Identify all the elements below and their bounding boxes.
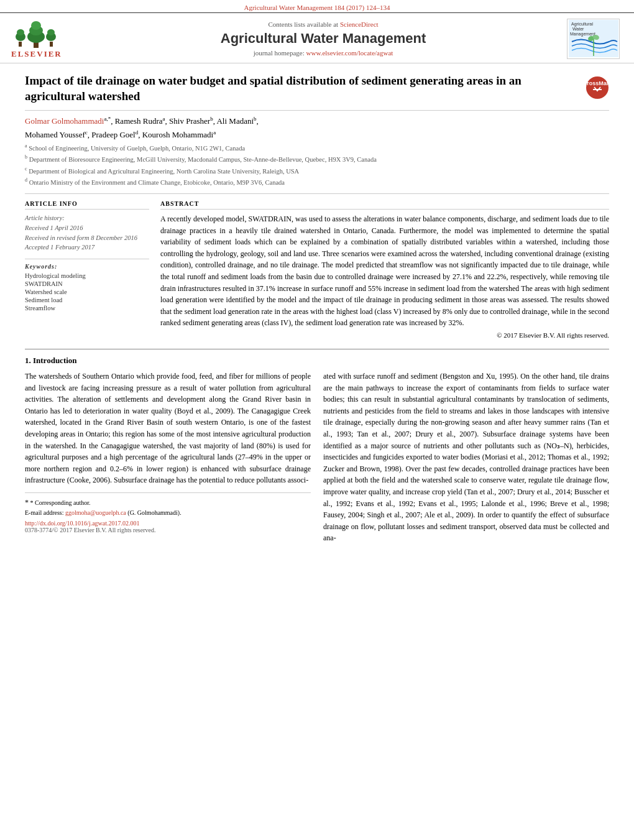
authors-line2: Mohamed Youssefc, Pradeep Goeld, Kourosh… [25, 129, 609, 140]
svg-point-6 [47, 29, 55, 35]
intro-right-col: ated with surface runoff and sediment (B… [323, 371, 609, 548]
article-info-block: Article history: Received 1 April 2016 R… [25, 213, 149, 252]
intro-two-col: The watersheds of Southern Ontario which… [25, 371, 609, 548]
journal-homepage: journal homepage: www.elsevier.com/locat… [80, 49, 567, 57]
crossmark-icon: CrossMark [586, 76, 609, 99]
journal-citation-link[interactable]: Agricultural Water Management 184 (2017)… [244, 4, 390, 11]
intro-left-col: The watersheds of Southern Ontario which… [25, 371, 311, 548]
journal-top-bar: Agricultural Water Management 184 (2017)… [0, 0, 634, 12]
svg-text:Agricultural: Agricultural [571, 22, 593, 27]
svg-point-3 [31, 21, 41, 30]
introduction-section: 1. Introduction The watersheds of Southe… [25, 349, 609, 548]
svg-text:Management: Management [570, 32, 595, 37]
article-title: Impact of tile drainage on water budget … [25, 73, 586, 104]
keyword-2: SWATDRAIN [25, 280, 149, 287]
keyword-3: Watershed scale [25, 288, 149, 295]
doi-line: http://dx.doi.org/10.1016/j.agwat.2017.0… [25, 520, 311, 527]
elsevier-label: ELSEVIER [11, 49, 62, 59]
main-content: Impact of tile drainage on water budget … [0, 63, 634, 554]
intro-left-text: The watersheds of Southern Ontario which… [25, 371, 311, 486]
elsevier-tree-icon [11, 18, 61, 48]
keyword-5: Streamflow [25, 305, 149, 312]
crossmark-badge[interactable]: CrossMark [586, 76, 609, 99]
article-title-section: Impact of tile drainage on water budget … [25, 73, 609, 111]
history-label: Article history: [25, 213, 149, 223]
intro-title: 1. Introduction [25, 356, 609, 366]
article-footer: * * Corresponding author. E-mail address… [25, 492, 311, 533]
footnote-email: E-mail address: ggolmoha@uoguelph.ca (G.… [25, 508, 311, 517]
received-date: Received 1 April 2016 [25, 223, 149, 233]
affiliations: a School of Engineering, University of G… [25, 142, 609, 187]
journal-logo-area: Agricultural Water Management [567, 19, 623, 59]
authors-line: Golmar Golmohammadia,*, Ramesh Rudraa, S… [25, 116, 609, 126]
abstract-label: ABSTRACT [160, 200, 609, 210]
revised-date: Received in revised form 8 December 2016 [25, 233, 149, 243]
keywords-label: Keywords: [25, 263, 149, 270]
journal-header: ELSEVIER Contents lists available at Sci… [0, 12, 634, 63]
svg-rect-7 [19, 42, 22, 47]
journal-homepage-link[interactable]: www.elsevier.com/locate/agwat [306, 49, 393, 57]
journal-title: Agricultural Water Management [80, 30, 567, 47]
journal-header-center: Contents lists available at ScienceDirec… [80, 21, 567, 57]
contents-line: Contents lists available at ScienceDirec… [80, 21, 567, 28]
journal-logo-box: Agricultural Water Management [567, 19, 620, 59]
sciencedirect-link[interactable]: ScienceDirect [340, 21, 379, 28]
copyright: © 2017 Elsevier B.V. All rights reserved… [160, 331, 609, 339]
svg-text:Water: Water [572, 27, 584, 31]
footnote-star: * * Corresponding author. [25, 497, 311, 508]
keywords-block: Keywords: Hydrological modeling SWATDRAI… [25, 259, 149, 312]
affiliation-d: d Ontario Ministry of the Environment an… [25, 177, 609, 187]
left-column: ARTICLE INFO Article history: Received 1… [25, 200, 149, 339]
affiliation-a: a School of Engineering, University of G… [25, 142, 609, 153]
abstract-text: A recently developed model, SWATDRAIN, w… [160, 213, 609, 329]
issn-line: 0378-3774/© 2017 Elsevier B.V. All right… [25, 527, 311, 533]
svg-text:CrossMark: CrossMark [586, 80, 609, 86]
affiliation-c: c Department of Biological and Agricultu… [25, 165, 609, 176]
article-body: ARTICLE INFO Article history: Received 1… [25, 193, 609, 339]
keyword-1: Hydrological modeling [25, 272, 149, 279]
right-column: ABSTRACT A recently developed model, SWA… [160, 200, 609, 339]
intro-right-text: ated with surface runoff and sediment (B… [323, 371, 609, 544]
elsevier-logo: ELSEVIER [11, 18, 80, 59]
svg-point-9 [17, 29, 24, 35]
svg-rect-4 [50, 42, 53, 47]
email-link[interactable]: ggolmoha@uoguelph.ca [65, 509, 126, 516]
keyword-4: Sediment load [25, 297, 149, 303]
affiliation-b: b Department of Bioresource Engineering,… [25, 154, 609, 164]
elsevier-logo-area: ELSEVIER [11, 18, 80, 59]
article-info-label: ARTICLE INFO [25, 200, 149, 210]
journal-logo-icon: Agricultural Water Management [569, 20, 618, 57]
accepted-date: Accepted 1 February 2017 [25, 242, 149, 252]
doi-link[interactable]: http://dx.doi.org/10.1016/j.agwat.2017.0… [25, 520, 140, 527]
author-golmohammadi[interactable]: Golmar Golmohammadi [25, 117, 104, 126]
